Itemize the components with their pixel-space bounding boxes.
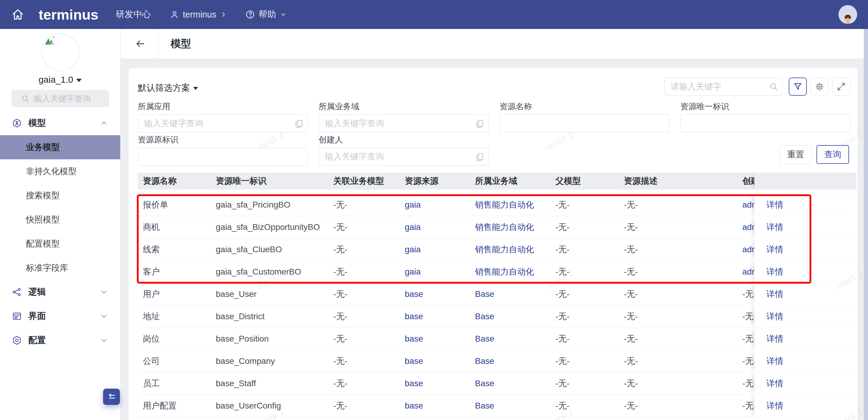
cell-name: 线索 bbox=[138, 244, 211, 255]
cell-related: -无- bbox=[328, 266, 400, 278]
cell-parent: -无- bbox=[550, 288, 619, 300]
cell-source[interactable]: base bbox=[400, 289, 470, 299]
filter-field-5: 创建人 bbox=[318, 135, 489, 166]
table-header-row: 资源名称资源唯一标识关联业务模型资源来源所属业务域父模型资源描述创建人 bbox=[138, 173, 856, 190]
cell-source[interactable]: gaia bbox=[400, 222, 470, 232]
cell-source[interactable]: base bbox=[400, 401, 470, 411]
sidebar-group-config[interactable]: 配置 bbox=[0, 328, 120, 353]
cell-source[interactable]: base bbox=[400, 356, 470, 366]
sidebar-item-3[interactable]: 快照模型 bbox=[0, 207, 120, 232]
scrollbar[interactable] bbox=[864, 29, 868, 420]
fixed-action-cell: 详情 bbox=[754, 194, 856, 216]
cell-domain[interactable]: Base bbox=[470, 334, 550, 344]
detail-link[interactable]: 详情 bbox=[767, 288, 783, 300]
cell-key: base_UserConfig bbox=[211, 401, 328, 411]
detail-link[interactable]: 详情 bbox=[767, 221, 783, 233]
table-row: 报价单gaia_sfa_PricingBO-无-gaia销售能力自动化-无--无… bbox=[138, 194, 856, 216]
column-header-2: 关联业务模型 bbox=[328, 175, 400, 187]
cell-source[interactable]: base bbox=[400, 334, 470, 344]
home-button[interactable] bbox=[11, 7, 25, 22]
cell-domain[interactable]: 销售能力自动化 bbox=[470, 244, 550, 255]
terminus-logo[interactable]: terminus bbox=[38, 6, 98, 23]
query-button[interactable]: 查询 bbox=[816, 145, 849, 164]
app-version-switcher[interactable]: gaia_1.0 bbox=[0, 75, 120, 85]
reset-button[interactable]: 重置 bbox=[780, 145, 812, 164]
nav-rd-center[interactable]: 研发中心 bbox=[116, 8, 151, 21]
cell-source[interactable]: base bbox=[400, 379, 470, 388]
cell-name: 用户配置 bbox=[138, 400, 211, 412]
sidebar-search-input[interactable]: 输入关键字查询 bbox=[11, 90, 109, 107]
cell-domain[interactable]: 销售能力自动化 bbox=[470, 199, 550, 211]
fullscreen-button[interactable] bbox=[832, 78, 850, 96]
cell-key: base_Position bbox=[211, 334, 328, 344]
cell-desc: -无- bbox=[619, 311, 737, 322]
cell-name: 员工 bbox=[138, 378, 211, 389]
detail-link[interactable]: 详情 bbox=[767, 333, 783, 344]
filter-input-5[interactable] bbox=[318, 147, 489, 166]
reference-select-icon[interactable] bbox=[475, 119, 484, 128]
detail-link[interactable]: 详情 bbox=[767, 244, 783, 255]
caret-down-icon bbox=[193, 87, 198, 90]
sidebar-collapse-button[interactable] bbox=[103, 389, 120, 405]
cell-source[interactable]: base bbox=[400, 312, 470, 321]
detail-link[interactable]: 详情 bbox=[767, 199, 783, 211]
filter-toggle-button[interactable] bbox=[789, 78, 807, 96]
reference-select-icon[interactable] bbox=[294, 119, 304, 128]
sidebar-group-model[interactable]: 模型 bbox=[0, 111, 120, 135]
chevron-down-icon bbox=[280, 11, 287, 18]
keyword-search-input[interactable] bbox=[664, 78, 782, 96]
cell-source[interactable]: gaia bbox=[400, 245, 470, 254]
sidebar-item-2[interactable]: 搜索模型 bbox=[0, 184, 120, 207]
table-row: 用户配置base_UserConfig-无-baseBase-无--无--无-详… bbox=[138, 395, 856, 417]
nav-workspace[interactable]: terminus bbox=[170, 10, 227, 20]
detail-link[interactable]: 详情 bbox=[767, 266, 783, 278]
sidebar-group-logic[interactable]: 逻辑 bbox=[0, 280, 120, 304]
home-icon bbox=[11, 7, 25, 22]
sidebar-group-interface[interactable]: 界面 bbox=[0, 304, 120, 328]
cell-related: -无- bbox=[328, 356, 400, 367]
fixed-action-cell: 详情 bbox=[754, 261, 856, 283]
filter-input-1[interactable] bbox=[318, 114, 489, 133]
nav-help[interactable]: 帮助 bbox=[245, 8, 287, 21]
cell-related: -无- bbox=[328, 221, 400, 233]
filter-input-2[interactable] bbox=[499, 114, 670, 133]
cell-key: base_User bbox=[211, 289, 328, 299]
model-hexagon-icon bbox=[12, 118, 22, 128]
cell-parent: -无- bbox=[550, 356, 619, 367]
sidebar-item-1[interactable]: 非持久化模型 bbox=[0, 159, 120, 184]
user-avatar[interactable] bbox=[838, 5, 857, 24]
column-settings-button[interactable] bbox=[810, 78, 829, 96]
cell-domain[interactable]: 销售能力自动化 bbox=[470, 266, 550, 278]
cell-domain[interactable]: Base bbox=[470, 401, 550, 411]
filter-input-4[interactable] bbox=[138, 147, 308, 166]
column-header-5: 父模型 bbox=[550, 175, 619, 187]
cell-key: base_Company bbox=[211, 356, 328, 366]
cell-domain[interactable]: Base bbox=[470, 356, 550, 366]
filter-input-3[interactable] bbox=[680, 114, 850, 133]
sidebar-item-4[interactable]: 配置模型 bbox=[0, 232, 120, 256]
sidebar-menu: 模型 业务模型非持久化模型搜索模型快照模型配置模型标准字段库 逻辑 bbox=[0, 111, 120, 353]
cell-domain[interactable]: Base bbox=[470, 379, 550, 388]
filter-input-0[interactable] bbox=[138, 114, 308, 133]
cell-domain[interactable]: 销售能力自动化 bbox=[470, 221, 550, 233]
cell-parent: -无- bbox=[550, 244, 619, 255]
cell-parent: -无- bbox=[550, 311, 619, 322]
detail-link[interactable]: 详情 bbox=[767, 400, 783, 412]
cell-domain[interactable]: Base bbox=[470, 312, 550, 321]
sidebar-item-5[interactable]: 标准字段库 bbox=[0, 256, 120, 280]
filter-scheme-dropdown[interactable]: 默认筛选方案 bbox=[138, 82, 198, 94]
table-row: 公司base_Company-无-baseBase-无--无--无-详情 bbox=[138, 350, 856, 372]
detail-link[interactable]: 详情 bbox=[767, 378, 783, 389]
detail-link[interactable]: 详情 bbox=[767, 311, 783, 322]
sidebar-item-0[interactable]: 业务模型 bbox=[0, 135, 120, 159]
filter-field-0: 所属应用 bbox=[138, 102, 308, 133]
fixed-action-cell: 详情 bbox=[754, 328, 856, 350]
reference-select-icon[interactable] bbox=[475, 152, 484, 162]
cell-source[interactable]: gaia bbox=[400, 200, 470, 210]
detail-link[interactable]: 详情 bbox=[767, 356, 783, 367]
search-icon[interactable] bbox=[769, 82, 778, 91]
cell-key: gaia_sfa_BizOpportunityBO bbox=[211, 222, 328, 232]
back-button[interactable] bbox=[135, 38, 146, 49]
cell-source[interactable]: gaia bbox=[400, 267, 470, 277]
cell-domain[interactable]: Base bbox=[470, 289, 550, 299]
